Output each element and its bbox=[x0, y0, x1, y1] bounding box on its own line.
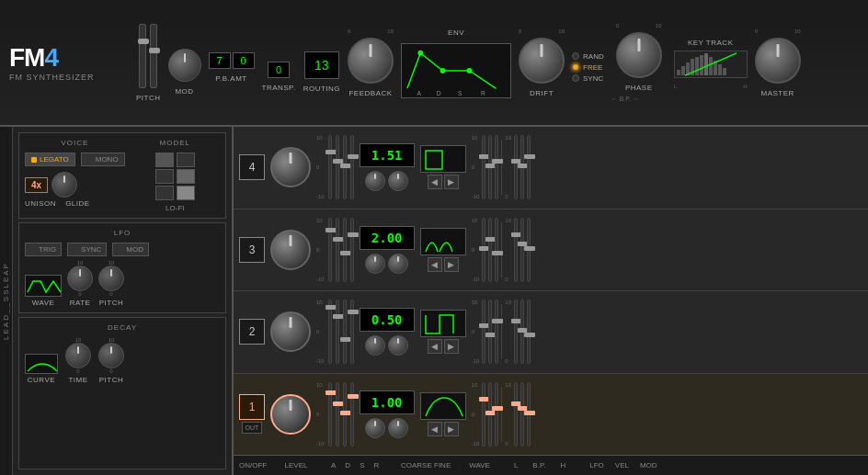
op1-wave-next[interactable]: ▶ bbox=[444, 422, 459, 436]
model-btn-2[interactable] bbox=[177, 153, 195, 167]
op4-faders: 100-10 bbox=[316, 133, 354, 202]
op2-fine-knob[interactable] bbox=[388, 335, 408, 356]
model-btn-3[interactable] bbox=[155, 169, 174, 184]
key-track-label: KEY TRACK bbox=[688, 39, 734, 47]
trig-btn[interactable]: TRIG bbox=[25, 243, 62, 256]
op4-wave: ◀ ▶ bbox=[420, 145, 466, 189]
op1-s-fader[interactable] bbox=[343, 382, 347, 447]
op3-lfo-fader[interactable] bbox=[514, 218, 518, 282]
mono-btn[interactable]: MONO bbox=[81, 153, 125, 166]
op3-r-fader[interactable] bbox=[350, 218, 354, 282]
op1-coarse-knob[interactable] bbox=[365, 418, 385, 438]
model-btn-6[interactable] bbox=[177, 186, 195, 200]
op3-a-fader[interactable] bbox=[328, 218, 332, 282]
curve-display bbox=[25, 354, 58, 374]
op3-number[interactable]: 3 bbox=[239, 237, 265, 263]
op4-level-knob[interactable] bbox=[270, 147, 311, 187]
op2-coarse-knob[interactable] bbox=[365, 335, 385, 356]
op2-number[interactable]: 2 bbox=[239, 319, 265, 345]
op1-out-btn[interactable]: OUT bbox=[242, 422, 263, 434]
op1-h-fader[interactable] bbox=[495, 382, 498, 447]
op2-l-fader[interactable] bbox=[482, 300, 485, 364]
time-knob[interactable] bbox=[65, 343, 91, 368]
op4-h-fader[interactable] bbox=[495, 135, 498, 199]
model-btn-1[interactable] bbox=[155, 153, 174, 167]
op4-wave-display bbox=[420, 145, 466, 173]
op4-mod-fader[interactable] bbox=[527, 135, 531, 199]
master-knob[interactable] bbox=[755, 38, 801, 84]
op4-vel-fader[interactable] bbox=[520, 135, 524, 199]
op1-fine-knob[interactable] bbox=[388, 418, 408, 438]
op4-wave-prev[interactable]: ◀ bbox=[428, 175, 442, 189]
pitch-slider-2[interactable] bbox=[150, 24, 157, 88]
op3-coarse-knob[interactable] bbox=[365, 254, 385, 274]
model-btn-5[interactable] bbox=[155, 186, 174, 200]
op1-level-knob[interactable] bbox=[270, 394, 311, 435]
lfo-controls: WAVE 10 0 Rate 10 0 Pitch bbox=[25, 260, 220, 307]
op1-d-fader[interactable] bbox=[336, 382, 339, 447]
op1-r-fader[interactable] bbox=[350, 382, 354, 447]
op2-right-faders: 100-10 100 bbox=[472, 298, 531, 367]
unison-row: 4x bbox=[25, 172, 125, 198]
model-btn-4[interactable] bbox=[177, 169, 195, 184]
op3-wave-next[interactable]: ▶ bbox=[444, 257, 459, 272]
legato-led bbox=[31, 157, 37, 163]
op2-mod-fader[interactable] bbox=[527, 300, 531, 364]
op4-r-fader[interactable] bbox=[350, 135, 354, 199]
op3-level-knob[interactable] bbox=[270, 230, 311, 270]
unison-knob[interactable] bbox=[51, 172, 77, 198]
op3-d-fader[interactable] bbox=[336, 218, 339, 282]
op2-level-knob[interactable] bbox=[270, 311, 311, 352]
op4-coarse-knob[interactable] bbox=[365, 171, 385, 191]
op4-number[interactable]: 4 bbox=[239, 154, 265, 180]
drift-knob[interactable] bbox=[519, 38, 565, 84]
pitch-slider-1[interactable] bbox=[139, 24, 146, 88]
op2-d-fader[interactable] bbox=[336, 300, 339, 364]
mod-btn[interactable]: MOD bbox=[112, 243, 149, 256]
op2-s-fader[interactable] bbox=[343, 300, 347, 364]
op4-a-fader[interactable] bbox=[328, 135, 332, 199]
op1-a-fader[interactable] bbox=[328, 382, 332, 447]
sync-btn[interactable]: SYNC bbox=[67, 243, 107, 256]
op1-wave-prev[interactable]: ◀ bbox=[428, 422, 442, 436]
op4-bp-fader[interactable] bbox=[488, 135, 492, 199]
op2-wave-next[interactable]: ▶ bbox=[444, 339, 459, 354]
op2-vel-fader[interactable] bbox=[520, 300, 524, 364]
op2-a-fader[interactable] bbox=[328, 300, 332, 364]
left-panel: VOICE LEGATO MONO 4x bbox=[13, 127, 234, 475]
op3-bp-fader[interactable] bbox=[488, 218, 492, 282]
op2-h-fader[interactable] bbox=[495, 300, 498, 364]
feedback-knob[interactable] bbox=[348, 38, 394, 84]
op3-h-fader[interactable] bbox=[495, 218, 498, 282]
op1-mod-fader[interactable] bbox=[527, 382, 531, 447]
op2-bp-fader[interactable] bbox=[488, 300, 492, 364]
pitch-decay-knob[interactable] bbox=[98, 343, 124, 368]
op2-wave-prev[interactable]: ◀ bbox=[428, 339, 442, 354]
op4-cf-display: 1.51 bbox=[360, 143, 415, 167]
operator-rows: 4 100-10 bbox=[234, 127, 868, 455]
op3-mod-fader[interactable] bbox=[527, 218, 531, 282]
op3-l-fader[interactable] bbox=[482, 218, 485, 282]
op3-wave-prev[interactable]: ◀ bbox=[428, 257, 442, 272]
op1-bp-fader[interactable] bbox=[488, 382, 492, 447]
op1-number[interactable]: 1 bbox=[239, 394, 265, 420]
logo-section: FM4 FM SYNTHESIZER bbox=[9, 43, 120, 82]
legato-btn[interactable]: LEGATO bbox=[25, 153, 75, 166]
phase-knob[interactable] bbox=[616, 32, 662, 78]
lfo-pitch-knob[interactable] bbox=[98, 266, 124, 291]
op4-s-fader[interactable] bbox=[343, 135, 347, 199]
op2-r-fader[interactable] bbox=[350, 300, 354, 364]
op4-wave-next[interactable]: ▶ bbox=[444, 175, 459, 189]
svg-rect-8 bbox=[426, 151, 442, 169]
mod-knob[interactable] bbox=[168, 49, 201, 82]
lofi-label: LO-FI bbox=[131, 204, 220, 212]
pbamt-label: P.B.AMT bbox=[215, 74, 246, 83]
op3-cf-knobs bbox=[365, 254, 408, 274]
decay-controls: CURVE 10 0 TIME 10 0 PITCH bbox=[25, 337, 220, 384]
lfo-rate-knob[interactable] bbox=[67, 266, 93, 291]
op3-s-fader[interactable] bbox=[343, 218, 347, 282]
op1-lfo-fader[interactable] bbox=[514, 382, 518, 447]
op3-fine-knob[interactable] bbox=[388, 254, 408, 274]
op4-d-fader[interactable] bbox=[336, 135, 339, 199]
op4-fine-knob[interactable] bbox=[388, 171, 408, 191]
